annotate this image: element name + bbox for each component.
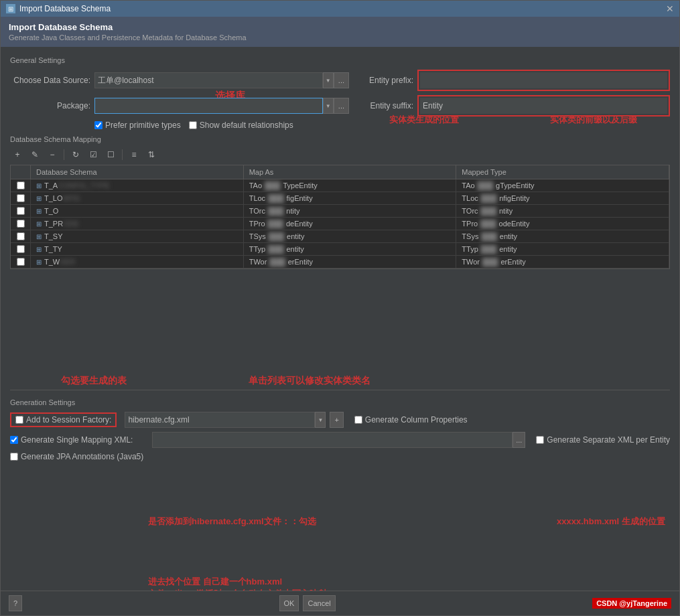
map-as-cell[interactable]: TOrc███ntity [244,205,457,217]
row-checkbox-cell[interactable] [11,230,31,242]
table-row[interactable]: ⊞ T_WDER TWor███erEntity TWor███erEntity [11,256,669,268]
dialog-header-title: Import Database Schema [9,22,671,32]
add-session-row: Add to Session Factory: ▼ + Generate Col… [10,412,670,428]
db-schema-cell[interactable]: ⊞ T_ACONFIG_TYPE [31,179,244,191]
generate-separate-checkbox[interactable] [536,436,544,444]
row-checkbox[interactable] [17,194,25,202]
mapped-type-cell[interactable]: TPro███odeEntity [456,218,669,230]
row-checkbox-cell[interactable] [11,243,31,255]
toolbar-separator-1 [64,149,64,160]
row-checkbox[interactable] [17,207,25,215]
check-button[interactable]: ☑ [86,147,100,162]
generate-column-checkbox[interactable] [354,416,362,424]
hibernate-dropdown-arrow[interactable]: ▼ [315,412,326,428]
mapped-type-cell[interactable]: TTyp███entity [456,243,669,255]
generate-column-checkbox-item[interactable]: Generate Column Properties [354,415,468,425]
bottom-bar: ? OK Cancel CSDN @yjTangerine [1,591,679,615]
row-checkbox[interactable] [17,232,25,240]
annotation-add-hibernate: 是否添加到hibernate.cfg.xml文件：：勾选 [148,516,316,528]
ok-button[interactable]: OK [279,595,299,611]
mapped-type-cell[interactable]: TWor███erEntity [456,256,669,268]
table-row[interactable]: ⊞ T_SY TSys███entity TSys███entity [11,230,669,243]
cancel-button[interactable]: Cancel [303,595,335,611]
add-session-checkbox-item[interactable]: Add to Session Factory: [10,412,117,427]
map-as-cell[interactable]: TTyp███entity [244,243,457,255]
jpa-annotations-checkbox-item[interactable]: Generate JPA Annotations (Java5) [10,452,143,461]
sort2-button[interactable]: ⇅ [144,147,159,162]
mapped-type-cell[interactable]: TAo███gTypeEntity [456,179,669,191]
table-icon: ⊞ [36,208,42,215]
dialog-body: General Settings 选择库 ↙ Choose Data Sourc… [1,47,679,591]
sort-button[interactable]: ≡ [127,147,141,162]
db-schema-text: T_LONFIG [44,194,80,202]
map-as-cell[interactable]: TWor███erEntity [244,256,457,268]
db-schema-cell[interactable]: ⊞ T_LONFIG [31,192,244,204]
single-mapping-checkbox[interactable] [10,436,18,444]
row-checkbox[interactable] [17,220,25,228]
entity-suffix-input[interactable] [420,98,667,114]
annotation-check-table: 勾选要生成的表 [61,375,127,387]
table-row[interactable]: ⊞ T_TY TTyp███entity TTyp███entity [11,243,669,256]
table-row[interactable]: ⊞ T_ACONFIG_TYPE TAo███TypeEntity TAo███… [11,179,669,192]
datasource-dropdown-arrow[interactable]: ▼ [323,72,334,88]
add-button[interactable]: + [10,147,25,162]
datasource-input[interactable] [94,72,323,88]
map-as-cell[interactable]: TSys███entity [244,230,457,242]
db-schema-cell[interactable]: ⊞ T_SY [31,230,244,242]
datasource-browse-button[interactable]: ... [334,72,349,88]
help-button[interactable]: ? [9,595,22,611]
row-checkbox-cell[interactable] [11,205,31,217]
map-as-cell[interactable]: TAo███TypeEntity [244,179,457,191]
table-row[interactable]: ⊞ T_LONFIG TLoc███figEntity TLoc███nfigE… [11,192,669,205]
prefer-primitive-checkbox[interactable] [94,121,103,129]
row-checkbox-cell[interactable] [11,256,31,268]
close-button[interactable]: ✕ [666,3,674,14]
remove-button[interactable]: − [45,147,60,162]
row-checkbox[interactable] [17,181,25,189]
table-row[interactable]: ⊞ T_O TOrc███ntity TOrc███ntity [11,205,669,218]
single-mapping-browse[interactable]: ... [513,432,525,448]
entity-prefix-input[interactable] [420,72,667,88]
row-checkbox-cell[interactable] [11,192,31,204]
refresh-button[interactable]: ↻ [68,147,83,162]
uncheck-button[interactable]: ☐ [103,147,118,162]
package-input[interactable] [94,98,323,114]
add-hibernate-button[interactable]: + [330,412,343,428]
db-schema-cell[interactable]: ⊞ T_TY [31,243,244,255]
map-as-cell[interactable]: TPro███deEntity [244,218,457,230]
row-checkbox-cell[interactable] [11,179,31,191]
generation-settings-section: Generation Settings Add to Session Facto… [10,390,670,461]
row-checkbox[interactable] [17,245,25,253]
prefer-primitive-label: Prefer primitive types [105,121,181,130]
package-dropdown-arrow[interactable]: ▼ [323,98,334,114]
single-mapping-label: Generate Single Mapping XML: [21,435,133,445]
row-checkbox[interactable] [17,258,25,266]
mapped-type-cell[interactable]: TOrc███ntity [456,205,669,217]
table-body: ⊞ T_ACONFIG_TYPE TAo███TypeEntity TAo███… [11,179,669,268]
row-checkbox-cell[interactable] [11,218,31,230]
db-schema-cell[interactable]: ⊞ T_O [31,205,244,217]
edit-button[interactable]: ✎ [27,147,42,162]
schema-toolbar: + ✎ − ↻ ☑ ☐ ≡ ⇅ [10,147,670,162]
add-session-checkbox[interactable] [15,416,23,424]
mapped-type-cell[interactable]: TSys███entity [456,230,669,242]
generate-separate-checkbox-item[interactable]: Generate Separate XML per Entity [536,435,670,445]
header-mapped-type: Mapped Type [456,165,669,179]
show-default-rel-checkbox-item[interactable]: Show default relationships [189,121,293,130]
db-schema-cell[interactable]: ⊞ T_PRODE [31,218,244,230]
table-row[interactable]: ⊞ T_PRODE TPro███deEntity TPro███odeEnti… [11,218,669,230]
single-mapping-checkbox-item[interactable]: Generate Single Mapping XML: [10,435,144,445]
header-check [11,165,31,179]
generation-settings-label: Generation Settings [10,398,670,406]
package-browse-button[interactable]: ... [334,98,349,114]
prefer-primitive-checkbox-item[interactable]: Prefer primitive types [94,121,181,130]
db-schema-text: T_PRODE [44,220,79,228]
single-mapping-input[interactable] [152,432,513,448]
map-as-cell[interactable]: TLoc███figEntity [244,192,457,204]
db-schema-cell[interactable]: ⊞ T_WDER [31,256,244,268]
mapped-type-cell[interactable]: TLoc███nfigEntity [456,192,669,204]
hibernate-file-input[interactable] [125,412,315,428]
jpa-annotations-checkbox[interactable] [10,453,18,461]
show-default-rel-checkbox[interactable] [189,121,197,129]
db-schema-text: T_TY [44,245,62,253]
